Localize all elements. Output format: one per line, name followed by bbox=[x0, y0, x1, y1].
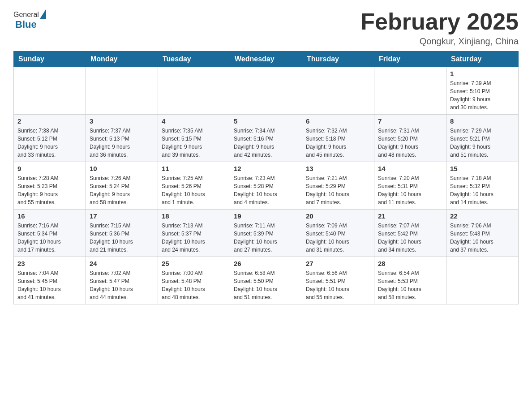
calendar-cell: 9Sunrise: 7:28 AMSunset: 5:23 PMDaylight… bbox=[14, 162, 86, 210]
day-number: 2 bbox=[17, 117, 82, 125]
calendar-cell bbox=[158, 67, 230, 115]
logo-general-text: General bbox=[13, 11, 39, 19]
calendar-week-row: 1Sunrise: 7:39 AMSunset: 5:10 PMDaylight… bbox=[14, 67, 519, 115]
calendar-cell: 10Sunrise: 7:26 AMSunset: 5:24 PMDayligh… bbox=[86, 162, 158, 210]
calendar-cell bbox=[374, 67, 446, 115]
day-number: 5 bbox=[234, 117, 298, 125]
location-label: Qongkur, Xinjiang, China bbox=[360, 36, 519, 47]
calendar-cell: 7Sunrise: 7:31 AMSunset: 5:20 PMDaylight… bbox=[374, 115, 446, 162]
day-number: 23 bbox=[17, 260, 82, 267]
logo-triangle-icon bbox=[40, 9, 46, 19]
day-number: 1 bbox=[450, 70, 515, 77]
calendar-cell: 20Sunrise: 7:09 AMSunset: 5:40 PMDayligh… bbox=[302, 210, 374, 257]
calendar-cell: 1Sunrise: 7:39 AMSunset: 5:10 PMDaylight… bbox=[446, 67, 519, 115]
calendar-cell: 2Sunrise: 7:38 AMSunset: 5:12 PMDaylight… bbox=[14, 115, 86, 162]
page-header: General Blue February 2025 Qongkur, Xinj… bbox=[13, 9, 519, 47]
day-info: Sunrise: 7:29 AMSunset: 5:21 PMDaylight:… bbox=[450, 127, 515, 159]
weekday-header-wednesday: Wednesday bbox=[230, 51, 302, 67]
day-info: Sunrise: 7:26 AMSunset: 5:24 PMDaylight:… bbox=[90, 174, 154, 206]
month-title: February 2025 bbox=[360, 9, 519, 34]
weekday-header-row: SundayMondayTuesdayWednesdayThursdayFrid… bbox=[14, 51, 519, 67]
day-info: Sunrise: 7:13 AMSunset: 5:37 PMDaylight:… bbox=[162, 222, 226, 254]
calendar-cell: 4Sunrise: 7:35 AMSunset: 5:15 PMDaylight… bbox=[158, 115, 230, 162]
day-info: Sunrise: 7:20 AMSunset: 5:31 PMDaylight:… bbox=[378, 174, 442, 206]
calendar-cell: 19Sunrise: 7:11 AMSunset: 5:39 PMDayligh… bbox=[230, 210, 302, 257]
day-info: Sunrise: 7:35 AMSunset: 5:15 PMDaylight:… bbox=[162, 127, 226, 159]
day-number: 21 bbox=[378, 212, 442, 220]
day-number: 4 bbox=[162, 117, 226, 125]
calendar-week-row: 23Sunrise: 7:04 AMSunset: 5:45 PMDayligh… bbox=[14, 257, 519, 304]
calendar-cell bbox=[446, 257, 519, 304]
calendar-cell bbox=[14, 67, 86, 115]
day-number: 16 bbox=[17, 212, 82, 220]
calendar-cell bbox=[302, 67, 374, 115]
calendar-cell bbox=[86, 67, 158, 115]
day-info: Sunrise: 7:18 AMSunset: 5:32 PMDaylight:… bbox=[450, 174, 515, 206]
day-number: 24 bbox=[90, 260, 154, 267]
logo: General Blue bbox=[13, 9, 47, 30]
calendar-cell: 16Sunrise: 7:16 AMSunset: 5:34 PMDayligh… bbox=[14, 210, 86, 257]
day-info: Sunrise: 7:28 AMSunset: 5:23 PMDaylight:… bbox=[17, 174, 82, 206]
calendar-cell: 21Sunrise: 7:07 AMSunset: 5:42 PMDayligh… bbox=[374, 210, 446, 257]
day-number: 9 bbox=[17, 165, 82, 172]
day-number: 3 bbox=[90, 117, 154, 125]
logo-blue-text: Blue bbox=[15, 19, 37, 30]
day-info: Sunrise: 7:23 AMSunset: 5:28 PMDaylight:… bbox=[234, 174, 298, 206]
calendar-cell: 12Sunrise: 7:23 AMSunset: 5:28 PMDayligh… bbox=[230, 162, 302, 210]
calendar-week-row: 9Sunrise: 7:28 AMSunset: 5:23 PMDaylight… bbox=[14, 162, 519, 210]
calendar-cell: 25Sunrise: 7:00 AMSunset: 5:48 PMDayligh… bbox=[158, 257, 230, 304]
day-info: Sunrise: 7:15 AMSunset: 5:36 PMDaylight:… bbox=[90, 222, 154, 254]
day-number: 26 bbox=[234, 260, 298, 267]
day-number: 28 bbox=[378, 260, 442, 267]
day-number: 8 bbox=[450, 117, 515, 125]
day-number: 20 bbox=[306, 212, 370, 220]
calendar-cell: 6Sunrise: 7:32 AMSunset: 5:18 PMDaylight… bbox=[302, 115, 374, 162]
day-number: 14 bbox=[378, 165, 442, 172]
calendar-cell: 11Sunrise: 7:25 AMSunset: 5:26 PMDayligh… bbox=[158, 162, 230, 210]
day-info: Sunrise: 6:56 AMSunset: 5:51 PMDaylight:… bbox=[306, 269, 370, 301]
day-info: Sunrise: 7:34 AMSunset: 5:16 PMDaylight:… bbox=[234, 127, 298, 159]
day-info: Sunrise: 7:39 AMSunset: 5:10 PMDaylight:… bbox=[450, 79, 515, 111]
day-number: 15 bbox=[450, 165, 515, 172]
calendar-week-row: 2Sunrise: 7:38 AMSunset: 5:12 PMDaylight… bbox=[14, 115, 519, 162]
weekday-header-tuesday: Tuesday bbox=[158, 51, 230, 67]
calendar-cell: 13Sunrise: 7:21 AMSunset: 5:29 PMDayligh… bbox=[302, 162, 374, 210]
day-number: 25 bbox=[162, 260, 226, 267]
day-info: Sunrise: 7:00 AMSunset: 5:48 PMDaylight:… bbox=[162, 269, 226, 301]
day-info: Sunrise: 7:09 AMSunset: 5:40 PMDaylight:… bbox=[306, 222, 370, 254]
weekday-header-monday: Monday bbox=[86, 51, 158, 67]
day-info: Sunrise: 6:54 AMSunset: 5:53 PMDaylight:… bbox=[378, 269, 442, 301]
day-number: 18 bbox=[162, 212, 226, 220]
calendar-cell: 17Sunrise: 7:15 AMSunset: 5:36 PMDayligh… bbox=[86, 210, 158, 257]
day-number: 12 bbox=[234, 165, 298, 172]
day-info: Sunrise: 7:37 AMSunset: 5:13 PMDaylight:… bbox=[90, 127, 154, 159]
day-info: Sunrise: 7:25 AMSunset: 5:26 PMDaylight:… bbox=[162, 174, 226, 206]
calendar-cell: 23Sunrise: 7:04 AMSunset: 5:45 PMDayligh… bbox=[14, 257, 86, 304]
calendar-cell: 8Sunrise: 7:29 AMSunset: 5:21 PMDaylight… bbox=[446, 115, 519, 162]
day-number: 22 bbox=[450, 212, 515, 220]
day-number: 6 bbox=[306, 117, 370, 125]
weekday-header-saturday: Saturday bbox=[446, 51, 519, 67]
day-info: Sunrise: 6:58 AMSunset: 5:50 PMDaylight:… bbox=[234, 269, 298, 301]
day-number: 13 bbox=[306, 165, 370, 172]
day-info: Sunrise: 7:31 AMSunset: 5:20 PMDaylight:… bbox=[378, 127, 442, 159]
day-info: Sunrise: 7:04 AMSunset: 5:45 PMDaylight:… bbox=[17, 269, 82, 301]
calendar-cell: 18Sunrise: 7:13 AMSunset: 5:37 PMDayligh… bbox=[158, 210, 230, 257]
calendar-cell: 15Sunrise: 7:18 AMSunset: 5:32 PMDayligh… bbox=[446, 162, 519, 210]
calendar-cell: 14Sunrise: 7:20 AMSunset: 5:31 PMDayligh… bbox=[374, 162, 446, 210]
day-info: Sunrise: 7:38 AMSunset: 5:12 PMDaylight:… bbox=[17, 127, 82, 159]
title-area: February 2025 Qongkur, Xinjiang, China bbox=[360, 9, 519, 47]
calendar-cell: 28Sunrise: 6:54 AMSunset: 5:53 PMDayligh… bbox=[374, 257, 446, 304]
calendar-cell: 5Sunrise: 7:34 AMSunset: 5:16 PMDaylight… bbox=[230, 115, 302, 162]
day-info: Sunrise: 7:16 AMSunset: 5:34 PMDaylight:… bbox=[17, 222, 82, 254]
day-number: 27 bbox=[306, 260, 370, 267]
day-info: Sunrise: 7:11 AMSunset: 5:39 PMDaylight:… bbox=[234, 222, 298, 254]
day-info: Sunrise: 7:32 AMSunset: 5:18 PMDaylight:… bbox=[306, 127, 370, 159]
calendar-cell: 3Sunrise: 7:37 AMSunset: 5:13 PMDaylight… bbox=[86, 115, 158, 162]
day-number: 10 bbox=[90, 165, 154, 172]
calendar-cell bbox=[230, 67, 302, 115]
day-number: 17 bbox=[90, 212, 154, 220]
calendar-cell: 27Sunrise: 6:56 AMSunset: 5:51 PMDayligh… bbox=[302, 257, 374, 304]
day-number: 7 bbox=[378, 117, 442, 125]
weekday-header-friday: Friday bbox=[374, 51, 446, 67]
